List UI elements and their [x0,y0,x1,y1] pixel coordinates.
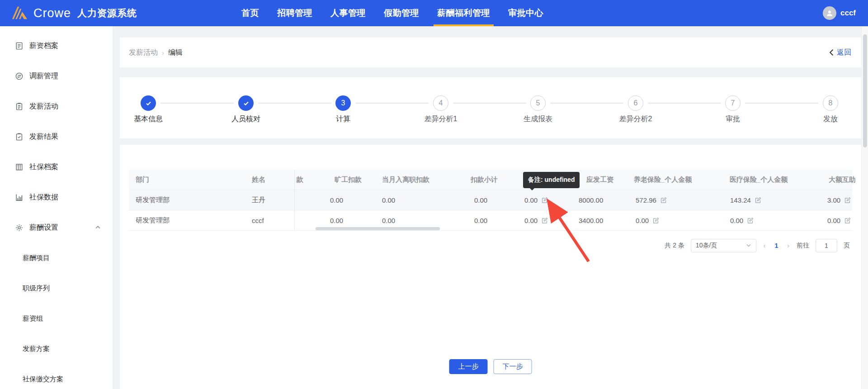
step-6-label: 差异分析2 [604,114,667,124]
check-icon [145,100,152,107]
user-menu[interactable]: cccf [823,0,856,26]
edit-icon[interactable] [844,217,851,224]
nav-item-recruit[interactable]: 招聘管理 [277,0,312,26]
edit-icon[interactable] [747,217,754,224]
sidebar-subitem-rank-sequence[interactable]: 职级序列 [0,273,113,304]
step-4-label: 差异分析1 [409,114,472,124]
edit-icon[interactable] [844,197,851,204]
vertical-scrollbar[interactable] [861,26,868,389]
cell-name: cccf [252,210,264,231]
prev-step-button[interactable]: 上一步 [449,359,488,374]
vertical-scrollbar-thumb[interactable] [863,34,867,147]
cell-mutual: 0.00 [827,210,851,231]
step-connector [648,103,721,104]
main-content: 发薪活动 › 编辑 返回 3 4 5 6 7 8 基本信息 人员核对 计算 差 [113,26,868,389]
sidebar-subitem-social-payment-plan[interactable]: 社保缴交方案 [0,364,113,389]
edit-icon[interactable] [652,217,659,224]
col-header-medical[interactable]: 医疗保险_个人金额 [730,170,788,190]
sidebar-subitem-payroll-plan[interactable]: 发薪方案 [0,334,113,364]
goto-label: 前往 [797,242,809,250]
col-header-absence[interactable]: 旷工扣款 [335,170,362,190]
step-8-circle[interactable]: 8 [823,95,838,111]
cell-dept: 研发管理部 [136,190,170,210]
cell-value: 572.96 [636,196,656,204]
sidebar-item-salary-archive[interactable]: 薪资档案 [0,31,113,61]
col-header-deduction-subtotal[interactable]: 扣款小计 [471,170,498,190]
breadcrumb-parent[interactable]: 发薪活动 [129,48,158,57]
cell-name: 王丹 [252,190,265,210]
cell-gross: 3400.00 [579,210,603,231]
step-connector [258,103,331,104]
col-header-join-leave[interactable]: 当月入离职扣款 [382,170,429,190]
sidebar-label: 发薪活动 [29,102,58,111]
nav-item-payroll[interactable]: 薪酬福利管理 [437,0,490,26]
sidebar-item-social-archive[interactable]: 社保档案 [0,152,113,182]
back-button[interactable]: 返回 [828,38,851,67]
table-row[interactable]: 研发管理部 cccf 0.00 0.00 0.00 0.00 3400.00 0… [129,210,852,231]
col-header-dept[interactable]: 部门 [136,170,149,190]
step-4-circle[interactable]: 4 [433,95,448,111]
next-page-arrow-icon[interactable]: › [786,242,790,249]
page-unit-label: 页 [844,242,850,250]
cell-medical: 143.24 [730,190,761,210]
col-header-pension[interactable]: 养老保险_个人金额 [634,170,692,190]
cell-value: 143.24 [730,196,751,204]
step-connector [453,103,526,104]
brand-name: Crowe [33,6,71,20]
nav-item-attendance[interactable]: 假勤管理 [384,0,419,26]
table-row[interactable]: 研发管理部 王丹 0.00 0.00 0.00 0.00 8000.00 572… [129,190,852,210]
edit-icon[interactable] [541,197,548,204]
prev-page-arrow-icon[interactable]: ‹ [763,242,767,249]
logo[interactable]: Crowe 人力资源系统 [10,4,137,23]
sidebar-item-payroll-activity[interactable]: 发薪活动 [0,91,113,122]
nav-item-hr[interactable]: 人事管理 [330,0,366,26]
page-number[interactable]: 1 [773,242,780,249]
sidebar-subitem-salary-group[interactable]: 薪资组 [0,304,113,334]
sidebar-item-payroll-settings[interactable]: 薪酬设置 [0,213,113,243]
edit-icon[interactable] [660,197,667,204]
cell-pension: 0.00 [636,210,659,231]
step-7-circle[interactable]: 7 [725,95,741,111]
sidebar-subitem-payroll-items[interactable]: 薪酬项目 [0,243,113,273]
edit-icon[interactable] [541,217,548,224]
col-header-clipped[interactable]: 扣款 [296,170,317,190]
page-size-value: 10条/页 [696,242,717,250]
step-6-circle[interactable]: 6 [628,95,643,111]
goto-page-input[interactable] [816,239,837,252]
step-3-circle[interactable]: 3 [335,95,351,111]
remark-tooltip: 备注: undefined [523,172,580,188]
cell-value: 0.00 [524,196,538,204]
horizontal-scrollbar[interactable] [316,227,440,230]
cell-pension: 572.96 [636,190,667,210]
nav-item-approval[interactable]: 审批中心 [508,0,543,26]
step-connector [160,103,234,104]
calculation-table-card: 部门 姓名 扣款 旷工扣款 当月入离职扣款 扣款小计 应发工资 养老保险_个人金… [120,145,861,389]
step-7-label: 审批 [701,114,764,124]
sidebar-label: 调薪管理 [29,71,58,81]
sidebar-label: 薪酬设置 [29,223,58,232]
chevron-down-icon [746,242,751,249]
step-2-circle[interactable] [238,95,254,111]
back-label: 返回 [837,48,851,57]
step-5-circle[interactable]: 5 [530,95,546,111]
next-step-button[interactable]: 下一步 [494,359,532,374]
cell-value: 0.00 [636,217,649,224]
col-header-name[interactable]: 姓名 [252,170,265,190]
breadcrumb-current: 编辑 [168,48,183,57]
step-1-circle[interactable] [141,95,156,111]
col-header-mutual[interactable]: 大额互助 [829,170,856,190]
sidebar-item-salary-adjust[interactable]: 调薪管理 [0,61,113,91]
nav-item-home[interactable]: 首页 [241,0,259,26]
cell-deduction-subtotal: 0.00 [474,210,487,231]
remark-tooltip-text: 备注: undefined [528,176,575,183]
edit-icon[interactable] [755,197,761,204]
breadcrumb-separator-icon: › [162,49,164,57]
step-8-label: 发放 [799,114,862,124]
cell-value: 0.00 [730,217,743,224]
sidebar-item-payroll-result[interactable]: 发薪结果 [0,122,113,152]
col-header-gross[interactable]: 应发工资 [586,170,613,190]
page-size-select[interactable]: 10条/页 [691,239,756,252]
sidebar-label: 发薪结果 [29,132,58,142]
document-icon [15,42,24,50]
sidebar-item-social-data[interactable]: 社保数据 [0,182,113,213]
